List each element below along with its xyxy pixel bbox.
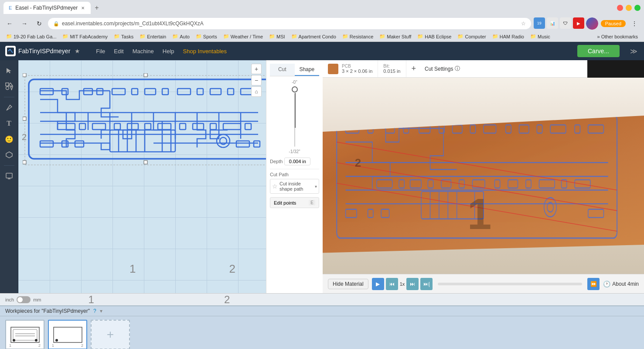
back-button[interactable]: ← — [3, 17, 16, 30]
playback-end-button[interactable]: ⏭| — [420, 278, 433, 290]
extension-button-1[interactable]: 19 — [534, 17, 545, 29]
extension-button-2[interactable]: 📊 — [547, 17, 558, 29]
playback-rewind-button[interactable]: ⏮ — [386, 278, 398, 290]
window-close-button[interactable] — [617, 5, 623, 11]
paused-button[interactable]: Paused — [601, 20, 626, 27]
folder-icon: 📁 — [223, 34, 229, 39]
cut-settings-label[interactable]: Cut Settings ⓘ — [421, 60, 463, 77]
tab-cut[interactable]: Cut — [270, 64, 295, 76]
bookmark-computer[interactable]: 📁 Computer — [455, 33, 488, 40]
tool-3d[interactable] — [2, 148, 16, 162]
workpiece-add-button[interactable]: + — [91, 320, 130, 349]
bookmark-weather[interactable]: 📁 Weather / Time — [221, 33, 266, 40]
svg-rect-32 — [92, 123, 106, 130]
zoom-in-button[interactable]: + — [251, 64, 262, 74]
tool-pen[interactable] — [2, 101, 16, 115]
bookmark-label: Music — [538, 34, 550, 39]
workpiece-1[interactable]: 12 — [5, 320, 44, 349]
workpieces-dropdown-icon[interactable]: ▾ — [100, 308, 102, 314]
preview-ruler-2: 2 — [355, 156, 361, 170]
tool-emoji[interactable]: 🙂 — [2, 132, 16, 146]
depth-label: Depth — [270, 159, 283, 164]
bookmark-entertain[interactable]: 📁 Entertain — [137, 33, 169, 40]
tab-close-button[interactable]: ✕ — [81, 6, 85, 10]
active-tab[interactable]: E Easel - FabTinyISPdmeyer ✕ — [3, 2, 91, 14]
toolbar-separator — [4, 97, 14, 97]
bookmark-auto[interactable]: 📁 Auto — [170, 33, 192, 40]
svg-rect-9 — [23, 117, 26, 120]
app-logo-icon — [5, 46, 16, 56]
playback-forward-button[interactable]: ⏭ — [406, 278, 419, 290]
playback-skip-end-button[interactable]: ⏩ — [587, 278, 600, 290]
depth-input[interactable] — [284, 157, 310, 165]
pcb-add-bit-button[interactable]: + — [406, 60, 422, 77]
tool-text[interactable]: T — [2, 116, 16, 130]
svg-rect-76 — [539, 180, 555, 188]
svg-rect-31 — [79, 123, 85, 130]
menu-button[interactable]: ⋮ — [628, 17, 641, 30]
bookmark-music[interactable]: 📁 Music — [528, 33, 553, 40]
window-minimize-button[interactable] — [626, 5, 632, 11]
canvas-area[interactable]: 1 2 2 Cut Shape -0" -1 — [18, 60, 323, 293]
svg-rect-36 — [158, 123, 171, 130]
nav-edit[interactable]: Edit — [110, 46, 127, 56]
folder-icon: 📁 — [530, 34, 536, 39]
preview-number-1: 1 — [467, 189, 492, 239]
new-tab-button[interactable]: + — [91, 2, 103, 14]
forward-button[interactable]: → — [18, 17, 31, 30]
expand-button[interactable]: ≫ — [628, 46, 639, 56]
bookmark-hab-eclipse[interactable]: 📁 HAB Eclipse — [415, 33, 454, 40]
tab-shape[interactable]: Shape — [295, 64, 320, 76]
bookmark-apartment-condo[interactable]: 📁 Apartment Condo — [289, 33, 339, 40]
bookmark-maker-stuff[interactable]: 📁 Maker Stuff — [377, 33, 414, 40]
bookmark-label: Computer — [465, 34, 486, 39]
playback-play-button[interactable]: ▶ — [372, 278, 384, 290]
depth-slider-knob[interactable] — [292, 86, 298, 92]
folder-icon: 📁 — [140, 34, 146, 39]
svg-rect-10 — [144, 161, 147, 164]
zoom-out-button[interactable]: − — [251, 75, 262, 86]
workpiece-2[interactable]: 12 — [48, 320, 87, 349]
bookmark-other[interactable]: » Other bookmarks — [594, 33, 641, 40]
reload-button[interactable]: ↻ — [33, 17, 45, 30]
bit-size: 0.015 in — [383, 68, 400, 74]
bookmark-fab-lab[interactable]: 📁 19-20 Fab Lab Ga... — [3, 33, 59, 40]
bookmark-sports[interactable]: 📁 Sports — [193, 33, 220, 40]
svg-rect-34 — [127, 123, 138, 130]
favorite-star-icon[interactable]: ★ — [75, 48, 80, 55]
extension-button-5[interactable] — [586, 17, 598, 30]
folder-icon: 📁 — [269, 34, 275, 39]
workpiece-2-nums: 12 — [50, 343, 85, 348]
tool-import[interactable] — [2, 169, 16, 183]
address-field[interactable]: 🔒 easel.inventables.com/projects/m_Cd1ub… — [48, 18, 531, 29]
bookmark-mit-fabacademy[interactable]: 📁 MIT FabAcademy — [60, 33, 110, 40]
cut-path-selector[interactable]: ☆ Cut inside shape path ▾ — [270, 179, 319, 194]
nav-file[interactable]: File — [92, 46, 109, 56]
nav-shop[interactable]: Shop Inventables — [180, 46, 230, 56]
pcb-material-section[interactable]: PCB 3 × 2 × 0.06 in — [323, 60, 378, 77]
cut-shape-tabs: Cut Shape — [270, 64, 319, 76]
bookmark-label: Entertain — [147, 34, 166, 39]
folder-icon: 📁 — [417, 34, 423, 39]
zoom-home-button[interactable]: ⌂ — [251, 86, 262, 97]
unit-toggle-switch[interactable] — [17, 296, 31, 303]
bookmark-tasks[interactable]: 📁 Tasks — [111, 33, 136, 40]
bookmark-ham-radio[interactable]: 📁 HAM Radio — [490, 33, 527, 40]
workpieces-help-icon[interactable]: ? — [93, 308, 96, 314]
playback-progress-bar[interactable] — [438, 283, 582, 285]
nav-machine[interactable]: Machine — [129, 46, 157, 56]
tool-shapes[interactable] — [2, 79, 16, 93]
bookmark-resistance[interactable]: 📁 Resistance — [340, 33, 376, 40]
window-maximize-button[interactable] — [634, 5, 641, 11]
tool-arrow[interactable] — [2, 64, 16, 78]
svg-rect-39 — [210, 123, 216, 130]
hide-material-button[interactable]: Hide Material — [328, 279, 368, 289]
extension-button-3[interactable]: 🛡 — [560, 17, 571, 29]
3d-scene: 2 1 — [323, 78, 644, 274]
bookmark-msi[interactable]: 📁 MSI — [266, 33, 288, 40]
bookmark-star-icon[interactable]: ☆ — [521, 21, 526, 27]
extension-button-4[interactable]: ▶ — [573, 17, 584, 29]
nav-help[interactable]: Help — [159, 46, 178, 56]
edit-points-button[interactable]: Edit points E — [270, 197, 319, 208]
carve-button[interactable]: Carve... — [577, 45, 620, 57]
